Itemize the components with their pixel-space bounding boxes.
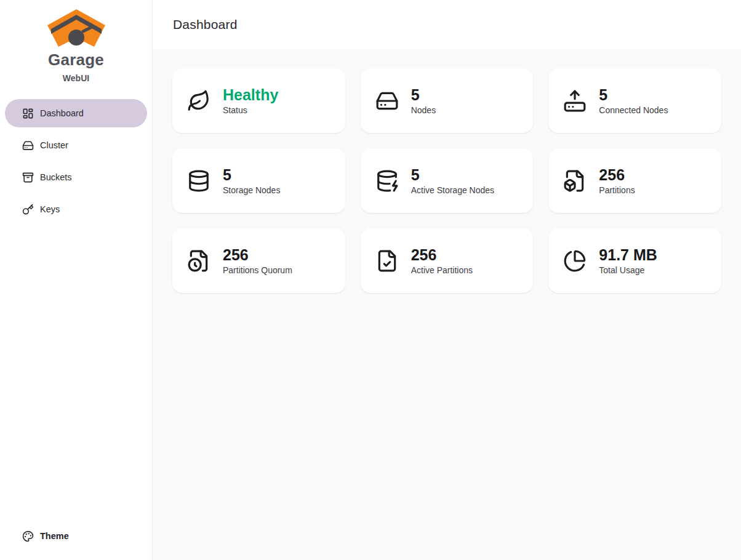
stat-value: 256: [599, 166, 635, 184]
sidebar: Garage WebUI Dashboard Cluster Buckets: [0, 0, 153, 560]
sidebar-item-label: Dashboard: [40, 108, 84, 118]
database-zap-icon: [375, 169, 399, 193]
garage-logo-icon: [47, 9, 106, 48]
hard-drive-icon: [22, 140, 34, 151]
sidebar-nav: Dashboard Cluster Buckets Keys: [0, 99, 152, 223]
hard-drive-icon: [375, 89, 399, 113]
stat-label: Active Storage Nodes: [411, 185, 494, 195]
stat-card-connected-nodes: 5 Connected Nodes: [548, 68, 721, 133]
palette-icon: [22, 530, 34, 542]
stat-label: Connected Nodes: [599, 105, 668, 115]
stat-card-active-storage-nodes: 5 Active Storage Nodes: [361, 148, 534, 213]
stat-card-total-usage: 91.7 MB Total Usage: [548, 228, 721, 293]
sidebar-item-label: Keys: [40, 204, 60, 214]
leaf-icon: [187, 89, 210, 113]
stat-label: Status: [223, 105, 278, 115]
stat-value: 256: [411, 246, 473, 264]
stat-label: Total Usage: [599, 265, 657, 275]
file-clock-icon: [187, 249, 210, 273]
sidebar-item-label: Buckets: [40, 172, 72, 182]
theme-button[interactable]: Theme: [5, 522, 147, 550]
stat-value: 91.7 MB: [599, 246, 657, 264]
sidebar-item-buckets[interactable]: Buckets: [5, 163, 147, 191]
theme-button-label: Theme: [40, 531, 69, 541]
stat-value: Healthy: [223, 86, 278, 104]
archive-icon: [22, 172, 34, 183]
stat-card-status: Healthy Status: [172, 68, 345, 133]
file-check-icon: [375, 249, 399, 273]
main-area: Dashboard Healthy Status: [153, 0, 741, 560]
stat-label: Partitions: [599, 185, 635, 195]
stat-card-partitions-quorum: 256 Partitions Quorum: [172, 228, 345, 293]
logo-block: Garage WebUI: [0, 0, 152, 83]
stat-value: 256: [223, 246, 292, 264]
stat-card-active-partitions: 256 Active Partitions: [361, 228, 534, 293]
database-icon: [187, 169, 210, 193]
stat-label: Nodes: [411, 105, 436, 115]
stat-value: 5: [599, 86, 668, 104]
layout-dashboard-icon: [22, 108, 34, 119]
sidebar-item-cluster[interactable]: Cluster: [5, 131, 147, 159]
key-icon: [22, 204, 34, 215]
stat-card-nodes: 5 Nodes: [361, 68, 534, 133]
logo-subtitle: WebUI: [63, 73, 89, 83]
file-box-icon: [563, 169, 587, 193]
stat-value: 5: [411, 166, 494, 184]
stat-label: Partitions Quorum: [223, 265, 292, 275]
stats-cards-grid: Healthy Status 5 Nodes: [172, 68, 721, 293]
page-title: Dashboard: [173, 17, 238, 32]
stat-card-partitions: 256 Partitions: [548, 148, 721, 213]
dashboard-content: Healthy Status 5 Nodes: [153, 49, 741, 560]
stat-card-storage-nodes: 5 Storage Nodes: [172, 148, 345, 213]
stat-label: Active Partitions: [411, 265, 473, 275]
sidebar-bottom: Theme: [0, 512, 152, 560]
stat-value: 5: [411, 86, 436, 104]
chart-pie-icon: [563, 249, 587, 273]
hard-drive-upload-icon: [563, 89, 587, 113]
sidebar-item-dashboard[interactable]: Dashboard: [5, 99, 147, 127]
sidebar-item-label: Cluster: [40, 140, 68, 150]
page-header: Dashboard: [153, 0, 741, 49]
logo-title: Garage: [48, 50, 104, 70]
sidebar-item-keys[interactable]: Keys: [5, 195, 147, 223]
stat-value: 5: [223, 166, 280, 184]
stat-label: Storage Nodes: [223, 185, 280, 195]
